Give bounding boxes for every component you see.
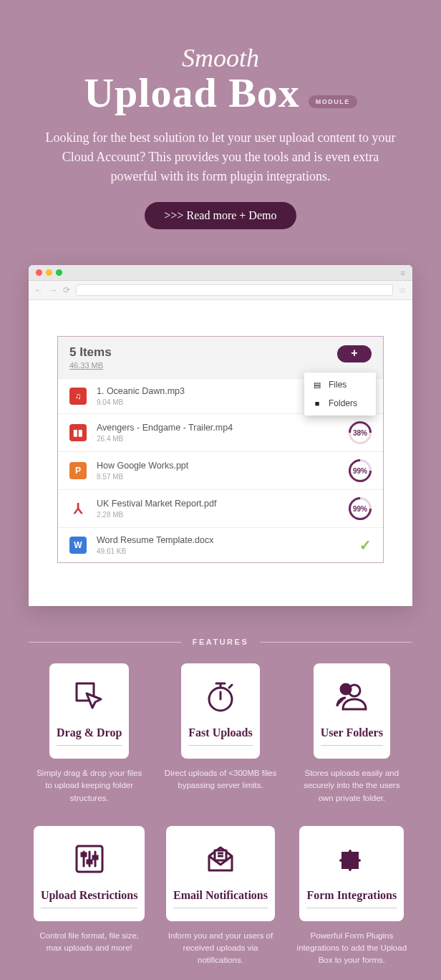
list-item[interactable]: ⅄ UK Festival Market Report.pdf 2.28 MB …	[58, 489, 383, 527]
audio-icon: ♫	[69, 388, 87, 405]
add-popover: ▤ Files ■ Folders	[304, 373, 376, 415]
feature-title: Form Integrations	[306, 889, 397, 908]
progress-ring: 99%	[349, 497, 372, 520]
browser-mock: ≡ ← → ⟳ ☆ 5 Items 46.33 MB + ▤ Files	[29, 265, 412, 606]
feature-desc: Control file format, file size, max uplo…	[29, 930, 150, 955]
back-icon: ←	[34, 285, 43, 295]
popover-folders-label: Folders	[329, 398, 357, 408]
users-icon	[334, 679, 369, 716]
list-item[interactable]: W Word Resume Template.docx 49.61 KB ✓	[58, 527, 383, 562]
feature-desc: Stores uploads easily and securely into …	[291, 767, 412, 804]
add-button[interactable]: +	[337, 345, 372, 362]
progress-ring: 38%	[349, 421, 372, 444]
progress-ring: 99%	[349, 459, 372, 482]
close-icon	[36, 269, 42, 276]
feature-card: Drag & Drop	[49, 663, 129, 759]
feature-title: Drag & Drop	[57, 726, 122, 746]
file-size: 2.28 MB	[97, 511, 339, 519]
forward-icon: →	[49, 285, 57, 295]
sliders-icon	[72, 842, 107, 879]
feature-desc: Inform you and your users of received up…	[160, 930, 281, 967]
file-size: 26.4 MB	[97, 435, 339, 443]
stopwatch-icon	[203, 679, 238, 716]
video-icon: ▮▮	[69, 424, 87, 441]
upload-panel: 5 Items 46.33 MB + ▤ Files ■ Folders ♫ 1	[57, 336, 384, 563]
svg-point-3	[341, 684, 351, 694]
bookmark-icon: ☆	[399, 285, 407, 295]
file-icon: ▤	[313, 380, 321, 390]
file-name: Word Resume Template.docx	[97, 535, 349, 546]
item-count: 5 Items	[69, 345, 112, 360]
folder-icon: ■	[313, 399, 321, 408]
list-item[interactable]: ▮▮ Avengers - Endgame - Trailer.mp4 26.4…	[58, 413, 383, 451]
module-badge: MODULE	[309, 95, 357, 108]
total-size[interactable]: 46.33 MB	[69, 361, 112, 370]
feature-card: Email Notifications	[166, 826, 275, 921]
divider	[260, 642, 412, 643]
mail-icon	[203, 842, 238, 879]
file-name: UK Festival Market Report.pdf	[97, 499, 339, 509]
feature-desc: Direct uploads of <300MB files bypassing…	[160, 767, 281, 792]
popover-files-label: Files	[329, 380, 346, 390]
maximize-icon	[56, 269, 62, 276]
popover-folders[interactable]: ■ Folders	[304, 394, 376, 413]
popover-files[interactable]: ▤ Files	[304, 375, 376, 394]
menu-icon: ≡	[401, 269, 405, 277]
hero-title: Upload Box	[84, 69, 300, 117]
browser-urlbar: ← → ⟳ ☆	[29, 281, 412, 300]
file-size: 49.61 KB	[97, 547, 349, 555]
feature-desc: Powerful Form Plugins integrations to ad…	[291, 930, 412, 967]
list-item[interactable]: P How Google Works.ppt 8.57 MB 99%	[58, 451, 383, 489]
svg-rect-6	[87, 860, 92, 863]
file-name: Avengers - Endgame - Trailer.mp4	[97, 423, 339, 433]
browser-titlebar: ≡	[29, 265, 412, 281]
feature-card: Fast Uploads	[181, 663, 259, 759]
svg-rect-7	[93, 856, 97, 859]
drag-drop-icon	[72, 679, 107, 716]
url-field[interactable]	[76, 284, 393, 296]
divider	[29, 642, 181, 643]
feature-title: User Folders	[321, 726, 383, 746]
minimize-icon	[46, 269, 52, 276]
reload-icon: ⟳	[63, 285, 70, 295]
read-more-button[interactable]: >>> Read more + Demo	[145, 202, 297, 229]
ppt-icon: P	[69, 462, 87, 479]
feature-desc: Simply drag & drop your files to upload …	[29, 767, 150, 804]
svg-rect-5	[82, 853, 86, 856]
check-icon: ✓	[359, 537, 372, 554]
features-heading: FEATURES	[193, 638, 248, 646]
hero-lede: Looking for the best solution to let you…	[37, 128, 404, 186]
doc-icon: W	[69, 537, 87, 554]
file-name: How Google Works.ppt	[97, 461, 339, 471]
feature-title: Upload Restrictions	[41, 889, 138, 908]
pdf-icon: ⅄	[69, 500, 87, 517]
feature-title: Fast Uploads	[188, 726, 252, 746]
feature-card: Upload Restrictions	[34, 826, 145, 921]
feature-title: Email Notifications	[173, 889, 268, 908]
puzzle-icon	[334, 842, 369, 879]
file-size: 8.57 MB	[97, 473, 339, 481]
feature-card: User Folders	[314, 663, 390, 759]
feature-card: Form Integrations	[299, 826, 404, 921]
